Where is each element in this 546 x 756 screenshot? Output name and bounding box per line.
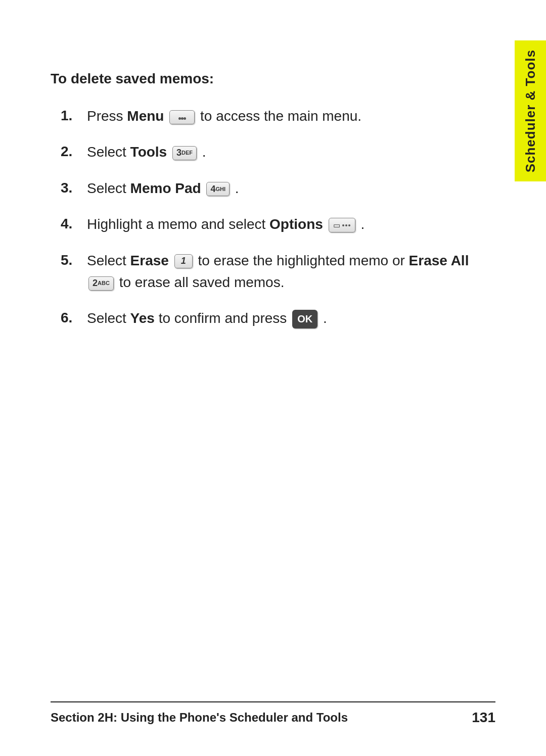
ok-key-icon: OK [292, 310, 317, 328]
step-6-text-middle: to confirm and press [159, 310, 291, 326]
step-5: 5. Select Erase 1 to erase the highlight… [61, 250, 485, 294]
key-1: 1 [174, 254, 193, 268]
step-2-num: 2. [61, 141, 87, 162]
footer-section-label: Section 2H: Using the Phone's Scheduler … [51, 711, 348, 725]
step-4-content: Highlight a memo and select Options ▭ . [87, 213, 485, 235]
menu-dots [178, 112, 186, 122]
step-6: 6. Select Yes to confirm and press OK . [61, 307, 485, 329]
step-6-num: 6. [61, 307, 87, 328]
step-2-text-before: Select [87, 144, 130, 160]
step-5-content: Select Erase 1 to erase the highlighted … [87, 250, 485, 294]
step-6-text-after: . [323, 310, 327, 326]
key-2abc: 2ABC [88, 276, 114, 291]
step-4-bold: Options [269, 216, 323, 232]
step-5-text-before: Select [87, 253, 130, 268]
step-3-content: Select Memo Pad 4GHI . [87, 177, 485, 199]
step-1-text-before: Press [87, 108, 127, 124]
step-5-bold1: Erase [130, 253, 169, 268]
steps-list: 1. Press Menu to access the main menu. 2… [61, 105, 485, 329]
page-content: To delete saved memos: 1. Press Menu to … [51, 61, 485, 695]
step-3: 3. Select Memo Pad 4GHI . [61, 177, 485, 199]
step-1-content: Press Menu to access the main menu. [87, 105, 485, 127]
key-4ghi: 4GHI [206, 182, 230, 196]
section-tab: Scheduler & Tools [515, 40, 546, 181]
step-4-text-after: . [360, 216, 365, 232]
step-4-text-before: Highlight a memo and select [87, 216, 269, 232]
step-5-text-middle: to erase the highlighted memo or [198, 253, 408, 268]
step-5-num: 5. [61, 250, 87, 271]
section-tab-label: Scheduler & Tools [523, 50, 538, 172]
step-2-bold: Tools [130, 144, 167, 160]
step-3-text-after: . [235, 180, 239, 196]
step-1-num: 1. [61, 105, 87, 126]
step-1: 1. Press Menu to access the main menu. [61, 105, 485, 127]
options-key-icon: ▭ [329, 218, 355, 232]
step-4-num: 4. [61, 213, 87, 234]
step-2-text-after: . [202, 144, 206, 160]
step-2-content: Select Tools 3DEF . [87, 141, 485, 163]
key-3def: 3DEF [172, 146, 197, 160]
step-3-bold: Memo Pad [130, 180, 201, 196]
step-5-bold2: Erase All [409, 253, 469, 268]
step-1-bold: Menu [127, 108, 164, 124]
step-4: 4. Highlight a memo and select Options ▭… [61, 213, 485, 235]
page-footer: Section 2H: Using the Phone's Scheduler … [51, 701, 495, 726]
section-heading: To delete saved memos: [51, 71, 485, 87]
step-3-text-before: Select [87, 180, 130, 196]
step-3-num: 3. [61, 177, 87, 199]
step-6-content: Select Yes to confirm and press OK . [87, 307, 485, 329]
step-5-text-after: to erase all saved memos. [119, 274, 285, 290]
step-6-bold: Yes [130, 310, 155, 326]
footer-page-number: 131 [472, 710, 495, 726]
menu-key-icon [169, 110, 195, 124]
step-6-text-before: Select [87, 310, 130, 326]
step-2: 2. Select Tools 3DEF . [61, 141, 485, 163]
step-1-text-after: to access the main menu. [200, 108, 361, 124]
